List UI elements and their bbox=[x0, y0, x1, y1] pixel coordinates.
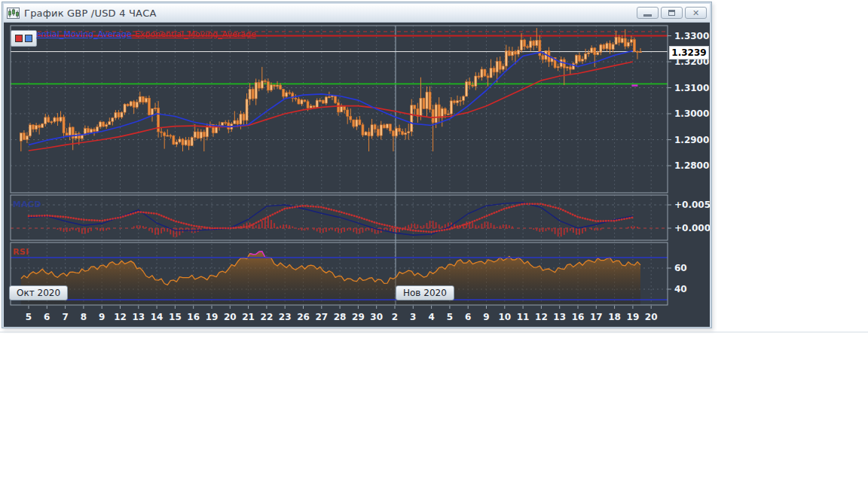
svg-text:17: 17 bbox=[590, 312, 603, 322]
svg-text:+0.000: +0.000 bbox=[674, 223, 710, 233]
page-divider-line bbox=[0, 331, 868, 333]
svg-text:5: 5 bbox=[447, 312, 453, 322]
svg-text:5: 5 bbox=[26, 312, 32, 322]
svg-text:21: 21 bbox=[242, 312, 255, 322]
svg-text:8: 8 bbox=[81, 312, 87, 322]
month-marker-nov: Нов 2020 bbox=[396, 285, 454, 300]
svg-text:9: 9 bbox=[483, 312, 489, 322]
svg-text:12: 12 bbox=[114, 312, 127, 322]
svg-text:23: 23 bbox=[279, 312, 292, 322]
svg-text:1.2800: 1.2800 bbox=[674, 160, 709, 171]
rsi-panel bbox=[11, 252, 668, 305]
svg-text:1.3300: 1.3300 bbox=[674, 31, 709, 41]
svg-text:4: 4 bbox=[428, 312, 434, 322]
svg-text:26: 26 bbox=[297, 312, 310, 322]
svg-text:14: 14 bbox=[151, 312, 164, 322]
svg-text:7: 7 bbox=[62, 312, 68, 322]
candlestick-chart-icon bbox=[7, 8, 20, 19]
svg-text:15: 15 bbox=[169, 312, 182, 322]
current-price-tag: 1.3239 bbox=[669, 46, 709, 59]
window-title: График GBP /USD 4 ЧАСА bbox=[24, 8, 157, 19]
window-titlebar[interactable]: График GBP /USD 4 ЧАСА ✕ bbox=[4, 4, 710, 23]
svg-text:60: 60 bbox=[674, 263, 687, 273]
price-levels bbox=[11, 32, 668, 84]
svg-text:9: 9 bbox=[99, 312, 105, 322]
macd-panel bbox=[11, 203, 668, 237]
svg-text:13: 13 bbox=[132, 312, 145, 322]
svg-text:16: 16 bbox=[572, 312, 585, 322]
chart-window: График GBP /USD 4 ЧАСА ✕ 1.33001.32001.3… bbox=[2, 2, 712, 328]
svg-text:11: 11 bbox=[517, 312, 530, 322]
svg-text:6: 6 bbox=[465, 312, 471, 322]
chart-canvas[interactable]: 1.33001.32001.31001.30001.29001.2800+0.0… bbox=[4, 23, 710, 327]
svg-text:2: 2 bbox=[392, 312, 398, 322]
svg-text:1.3000: 1.3000 bbox=[674, 108, 709, 119]
svg-text:19: 19 bbox=[206, 312, 219, 322]
rsi-panel-label: RSI bbox=[13, 247, 29, 257]
svg-text:16: 16 bbox=[187, 312, 200, 322]
svg-text:13: 13 bbox=[553, 312, 566, 322]
minimize-icon bbox=[643, 14, 652, 17]
svg-text:18: 18 bbox=[608, 312, 621, 322]
indicator-chip-buttons[interactable] bbox=[11, 30, 37, 47]
svg-text:20: 20 bbox=[224, 312, 237, 322]
svg-text:19: 19 bbox=[627, 312, 640, 322]
ema-slow-line bbox=[29, 62, 633, 151]
macd-panel-label: MACD bbox=[13, 200, 41, 209]
svg-text:1.3100: 1.3100 bbox=[674, 83, 709, 93]
rsi-fill bbox=[21, 252, 640, 305]
ema-legend: ential_Moving_Average-Exponential_Moving… bbox=[36, 29, 256, 39]
svg-text:3: 3 bbox=[410, 312, 416, 322]
svg-text:28: 28 bbox=[334, 312, 347, 322]
restore-icon bbox=[668, 10, 675, 16]
svg-text:30: 30 bbox=[370, 312, 383, 322]
legend-chip-blue[interactable] bbox=[25, 35, 32, 42]
month-marker-oct: Окт 2020 bbox=[9, 285, 68, 300]
svg-text:1.2900: 1.2900 bbox=[674, 135, 709, 145]
ema-legend-red-label: -Exponential_Moving_Average bbox=[132, 29, 256, 39]
ema-fast-line bbox=[29, 51, 633, 145]
close-button[interactable]: ✕ bbox=[685, 7, 707, 19]
svg-text:40: 40 bbox=[674, 284, 687, 294]
legend-chip-red[interactable] bbox=[15, 35, 23, 42]
restore-button[interactable] bbox=[661, 7, 683, 19]
svg-text:+0.005: +0.005 bbox=[674, 200, 710, 210]
svg-text:22: 22 bbox=[261, 312, 274, 322]
svg-text:10: 10 bbox=[498, 312, 511, 322]
candles bbox=[20, 28, 641, 151]
svg-text:27: 27 bbox=[315, 312, 328, 322]
svg-text:6: 6 bbox=[44, 312, 50, 322]
minimize-button[interactable] bbox=[637, 7, 659, 19]
svg-text:20: 20 bbox=[645, 312, 658, 322]
close-icon: ✕ bbox=[692, 9, 699, 17]
grid-horizontal bbox=[11, 36, 668, 166]
magenta-marker bbox=[631, 84, 637, 86]
svg-text:29: 29 bbox=[352, 312, 365, 322]
chart-client-area: 1.33001.32001.31001.30001.29001.2800+0.0… bbox=[4, 23, 710, 327]
svg-text:12: 12 bbox=[535, 312, 548, 322]
ema-legend-blue-label: ential_Moving_Average bbox=[36, 29, 132, 39]
